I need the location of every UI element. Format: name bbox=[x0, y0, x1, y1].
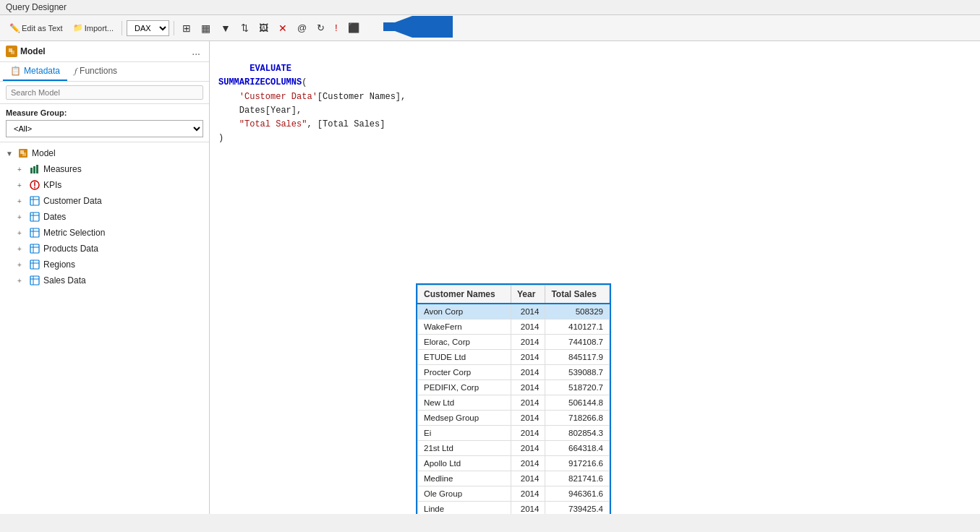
products-tree-icon bbox=[29, 243, 41, 254]
cell-total-sales: 518720.7 bbox=[545, 380, 610, 395]
table-row[interactable]: 21st Ltd2014664318.4 bbox=[418, 441, 610, 456]
blue-arrow-svg bbox=[369, 16, 456, 38]
svg-rect-27 bbox=[30, 276, 39, 285]
table-row[interactable]: Linde2014739425.4 bbox=[418, 502, 610, 515]
table-row[interactable]: New Ltd2014506144.8 bbox=[418, 395, 610, 411]
cell-total-sales: 410127.1 bbox=[545, 319, 610, 335]
tab-metadata[interactable]: 📋 Metadata bbox=[3, 62, 67, 81]
expand-regions-icon: + bbox=[17, 261, 26, 269]
tree-item-sales-data[interactable]: + Sales Data bbox=[0, 273, 209, 288]
image-icon: 🖼 bbox=[259, 22, 268, 33]
table-row[interactable]: Apollo Ltd2014917216.6 bbox=[418, 456, 610, 471]
measure-group-section: Measure Group: <All> bbox=[0, 104, 209, 142]
table-row[interactable]: Procter Corp2014539088.7 bbox=[418, 365, 610, 380]
toolbar: ✏️ Edit as Text 📁 Import... DAX MDX ⊞ ▦ … bbox=[0, 15, 980, 41]
tree-regions-label: Regions bbox=[43, 259, 75, 270]
cube-icon bbox=[7, 46, 17, 56]
refresh-button[interactable]: @ bbox=[294, 20, 310, 35]
tree-item-regions[interactable]: + Regions bbox=[0, 257, 209, 273]
measure-group-select[interactable]: <All> bbox=[6, 120, 203, 137]
tab-functions[interactable]: 𝑓 Functions bbox=[67, 62, 124, 81]
results-table-container: Customer Names Year Total Sales Avon Cor… bbox=[416, 283, 611, 514]
search-box bbox=[0, 82, 209, 104]
tree-sales-label: Sales Data bbox=[43, 275, 86, 286]
table-row[interactable]: Medline2014821741.6 bbox=[418, 471, 610, 486]
cell-total-sales: 506144.8 bbox=[545, 395, 610, 411]
tree-item-products-data[interactable]: + Products Data bbox=[0, 241, 209, 257]
warning-button[interactable]: ! bbox=[331, 20, 341, 35]
sync-button[interactable]: ↻ bbox=[313, 20, 328, 35]
right-panel: EVALUATE SUMMARIZECOLUMNS( 'Customer Dat… bbox=[210, 41, 980, 514]
cell-customer-name: Avon Corp bbox=[418, 304, 511, 319]
cell-total-sales: 802854.3 bbox=[545, 426, 610, 441]
regions-tree-icon bbox=[29, 259, 41, 270]
dates-tree-icon bbox=[29, 211, 41, 223]
expand-metric-icon: + bbox=[17, 229, 26, 237]
table-row[interactable]: ETUDE Ltd2014845117.9 bbox=[418, 350, 610, 365]
model-tree-icon bbox=[17, 147, 29, 159]
cell-customer-name: Procter Corp bbox=[418, 365, 511, 380]
cell-customer-name: PEDIFIX, Corp bbox=[418, 380, 511, 395]
model-title-group: Model bbox=[6, 46, 46, 57]
run-query-button[interactable]: ⊞ bbox=[179, 20, 195, 36]
import-label: Import... bbox=[85, 24, 114, 33]
cell-total-sales: 508329 bbox=[545, 304, 610, 319]
model-label: Model bbox=[20, 46, 46, 56]
cell-year: 2014 bbox=[511, 380, 545, 395]
model-header: Model ... bbox=[0, 41, 209, 62]
import-button[interactable]: 📁 Import... bbox=[69, 21, 117, 35]
cell-customer-name: Ole Group bbox=[418, 486, 511, 502]
cell-year: 2014 bbox=[511, 471, 545, 486]
col-header-year[interactable]: Year bbox=[511, 286, 545, 304]
tabs-row: 📋 Metadata 𝑓 Functions bbox=[0, 62, 209, 82]
tree-item-kpis[interactable]: + KPIs bbox=[0, 177, 209, 193]
tree-products-label: Products Data bbox=[43, 244, 98, 254]
image-button[interactable]: 🖼 bbox=[255, 20, 272, 35]
search-model-input[interactable] bbox=[6, 85, 203, 100]
cell-year: 2014 bbox=[511, 350, 545, 365]
at-icon: @ bbox=[297, 22, 307, 33]
expand-dates-icon: + bbox=[17, 213, 26, 221]
table-row[interactable]: Ole Group2014946361.6 bbox=[418, 486, 610, 502]
table-row[interactable]: Avon Corp2014508329 bbox=[418, 304, 610, 319]
table-row[interactable]: Ei2014802854.3 bbox=[418, 426, 610, 441]
tree-item-dates[interactable]: + Dates bbox=[0, 209, 209, 225]
col-header-total-sales[interactable]: Total Sales bbox=[545, 286, 610, 304]
tree-item-measures[interactable]: + Measures bbox=[0, 161, 209, 177]
filter-icon: ▼ bbox=[221, 22, 231, 34]
sync-icon: ↻ bbox=[317, 22, 325, 33]
table-row[interactable]: Elorac, Corp2014744108.7 bbox=[418, 335, 610, 350]
table-icon-button[interactable]: ▦ bbox=[197, 20, 214, 36]
tree-dates-label: Dates bbox=[43, 212, 66, 222]
tree-item-model[interactable]: ▼ Model bbox=[0, 145, 209, 161]
stop-button[interactable]: ⬛ bbox=[344, 20, 363, 35]
cancel-button[interactable]: ✕ bbox=[275, 20, 291, 36]
tree-kpis-label: KPIs bbox=[43, 180, 61, 190]
expand-customer-icon: + bbox=[17, 197, 26, 205]
tree-item-metric-selection[interactable]: + Metric Selection bbox=[0, 225, 209, 241]
table-header-row: Customer Names Year Total Sales bbox=[418, 286, 610, 304]
edit-as-text-button[interactable]: ✏️ Edit as Text bbox=[6, 21, 67, 35]
table-icon: ▦ bbox=[201, 22, 210, 34]
cell-year: 2014 bbox=[511, 411, 545, 426]
model-icon bbox=[6, 46, 17, 57]
title-bar: Query Designer bbox=[0, 0, 980, 15]
col-header-customer-names[interactable]: Customer Names bbox=[418, 286, 511, 304]
cell-year: 2014 bbox=[511, 395, 545, 411]
measure-group-label: Measure Group: bbox=[6, 108, 203, 117]
table-row[interactable]: PEDIFIX, Corp2014518720.7 bbox=[418, 380, 610, 395]
cell-customer-name: Medline bbox=[418, 471, 511, 486]
table-row[interactable]: WakeFern2014410127.1 bbox=[418, 319, 610, 335]
cell-year: 2014 bbox=[511, 441, 545, 456]
cell-customer-name: Medsep Group bbox=[418, 411, 511, 426]
dax-mode-select[interactable]: DAX MDX bbox=[127, 20, 169, 36]
main-area: Model ... 📋 Metadata 𝑓 Functions Measure… bbox=[0, 41, 980, 514]
sort-button[interactable]: ⇅ bbox=[237, 20, 252, 35]
edit-as-text-label: Edit as Text bbox=[22, 24, 63, 33]
filter-button[interactable]: ▼ bbox=[217, 20, 234, 36]
model-ellipsis-button[interactable]: ... bbox=[189, 46, 203, 57]
tree-item-customer-data[interactable]: + Customer Data bbox=[0, 193, 209, 209]
svg-rect-24 bbox=[30, 260, 39, 269]
table-row[interactable]: Medsep Group2014718266.8 bbox=[418, 411, 610, 426]
tree-metric-label: Metric Selection bbox=[43, 228, 105, 238]
